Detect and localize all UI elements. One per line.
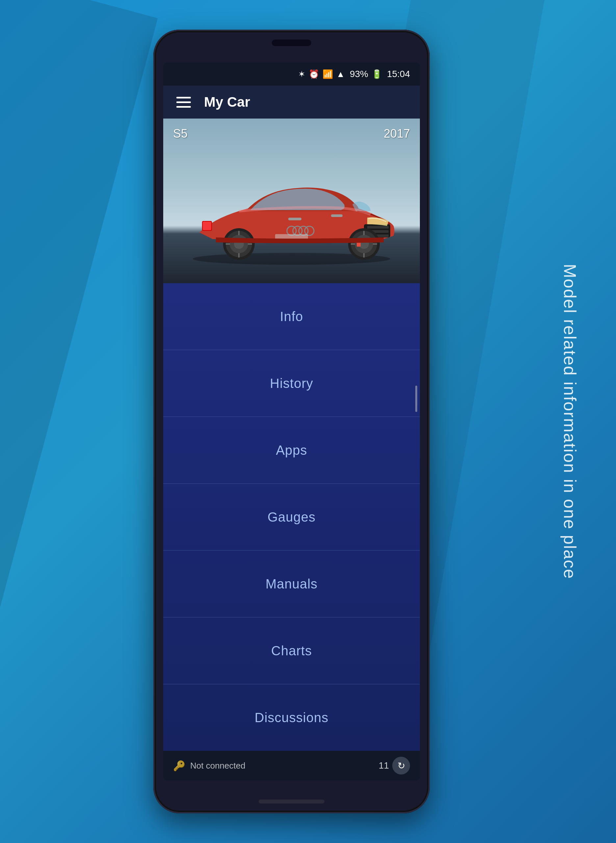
- car-key-icon: 🔑: [173, 760, 185, 772]
- notification-count: 11: [379, 761, 389, 771]
- svg-rect-30: [331, 214, 343, 217]
- refresh-button[interactable]: ↻: [392, 757, 410, 774]
- phone-top-notch: [272, 40, 311, 46]
- menu-item-gauges[interactable]: Gauges: [163, 484, 420, 550]
- menu-button[interactable]: [176, 97, 191, 108]
- bg-decoration-1: [0, 0, 158, 843]
- car-year: 2017: [384, 127, 410, 141]
- hamburger-line-1: [176, 97, 191, 99]
- side-text: Model related information in one place: [560, 264, 580, 579]
- refresh-icon: ↻: [397, 761, 405, 771]
- menu-item-apps-label: Apps: [276, 443, 307, 458]
- battery-percent: 93%: [350, 69, 368, 79]
- hamburger-line-3: [176, 106, 191, 108]
- car-image: [173, 160, 410, 267]
- menu-list: Info History Apps Gauges Manuals Charts …: [163, 283, 420, 751]
- scroll-indicator: [415, 385, 417, 412]
- car-image-section: S5 2017: [163, 119, 420, 283]
- alarm-icon: ⏰: [309, 69, 319, 79]
- app-header: My Car: [163, 85, 420, 119]
- menu-item-discussions[interactable]: Discussions: [163, 684, 420, 751]
- status-icons: ✶ ⏰ 📶 ▲ 93% 🔋 15:04: [298, 69, 410, 79]
- menu-item-gauges-label: Gauges: [267, 510, 315, 525]
- bottom-right-controls: 11 ↻: [379, 757, 410, 774]
- menu-item-history-label: History: [270, 376, 313, 391]
- menu-item-manuals[interactable]: Manuals: [163, 550, 420, 618]
- wifi-icon: 📶: [323, 69, 333, 79]
- connection-status-text: Not connected: [190, 761, 245, 771]
- svg-rect-10: [203, 222, 211, 230]
- svg-rect-2: [367, 226, 389, 228]
- connection-status: 🔑 Not connected: [173, 760, 245, 772]
- phone-bottom-bar: [259, 800, 324, 803]
- menu-item-manuals-label: Manuals: [265, 577, 318, 591]
- car-model: S5: [173, 127, 188, 141]
- menu-item-discussions-label: Discussions: [255, 710, 329, 725]
- page-title: My Car: [204, 94, 250, 110]
- svg-rect-29: [288, 218, 301, 220]
- hamburger-line-2: [176, 102, 191, 103]
- time-display: 15:04: [387, 69, 410, 79]
- status-bar: ✶ ⏰ 📶 ▲ 93% 🔋 15:04: [163, 63, 420, 85]
- phone-device: ✶ ⏰ 📶 ▲ 93% 🔋 15:04 My Car S5 2017: [153, 29, 430, 814]
- signal-icon: ▲: [336, 69, 345, 79]
- menu-item-apps[interactable]: Apps: [163, 417, 420, 484]
- battery-icon: 🔋: [371, 69, 382, 79]
- menu-item-charts[interactable]: Charts: [163, 618, 420, 684]
- menu-item-history[interactable]: History: [163, 350, 420, 417]
- bluetooth-icon: ✶: [298, 69, 305, 79]
- menu-item-charts-label: Charts: [271, 643, 312, 658]
- phone-screen: ✶ ⏰ 📶 ▲ 93% 🔋 15:04 My Car S5 2017: [163, 63, 420, 780]
- menu-item-info[interactable]: Info: [163, 283, 420, 350]
- bottom-bar: 🔑 Not connected 11 ↻: [163, 751, 420, 780]
- menu-item-info-label: Info: [280, 309, 304, 324]
